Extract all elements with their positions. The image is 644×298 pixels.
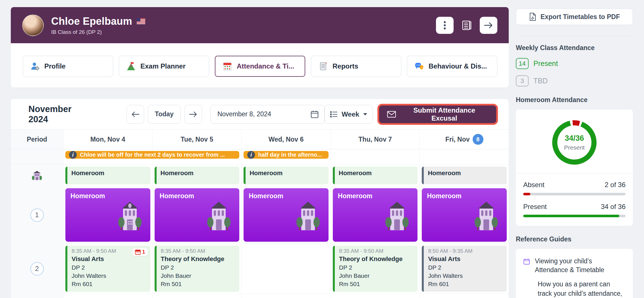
building-illustration [472, 201, 500, 233]
homeroom-class-thu[interactable]: Homeroom [333, 188, 418, 242]
day-header-mon[interactable]: Mon, Nov 4 [63, 130, 152, 149]
guide-title[interactable]: Viewing your child’s Attendance & Timeta… [535, 257, 626, 274]
exam-planner-icon [126, 62, 136, 71]
prev-week-button[interactable] [126, 105, 144, 124]
empty-cell-wed [241, 244, 331, 294]
class-group: DP 2 [339, 264, 414, 271]
present-progress-bar [523, 215, 626, 217]
building-illustration [116, 201, 144, 233]
day-header-thu[interactable]: Thu, Nov 7 [331, 130, 420, 149]
class-teacher: John Bauer [161, 272, 236, 279]
tab-behaviour-discipline[interactable]: Behaviour & Dis... [407, 56, 497, 77]
date-value: November 8, 2024 [217, 110, 271, 118]
day-header-wed[interactable]: Wed, Nov 6 [241, 130, 331, 149]
class-title: Visual Arts [428, 255, 503, 263]
class-teacher: John Bauer [339, 272, 414, 279]
period-2-row: 2 1 8:35 AM - 9:50 AM Visual Arts DP 2 J… [11, 244, 509, 294]
present-label: Present [533, 59, 558, 68]
timetable-list-icon[interactable] [461, 20, 472, 31]
attendance-note[interactable]: i Chloe will be off for the next 2 days … [65, 151, 239, 159]
behaviour-chat-icon [415, 62, 424, 71]
arrow-left-icon [131, 111, 140, 117]
homeroom-status-thu[interactable]: Homeroom [333, 167, 418, 184]
class-room: Rm 601 [428, 281, 503, 287]
kebab-menu-icon [444, 21, 446, 30]
homeroom-status-fri[interactable]: Homeroom [422, 167, 507, 184]
tab-label: Profile [44, 62, 66, 70]
today-button[interactable]: Today [148, 105, 181, 124]
submit-attendance-excusal-button[interactable]: Submit Attendance Excusal [379, 105, 496, 123]
absent-label: Absent [523, 181, 545, 189]
arrow-right-icon [484, 22, 493, 29]
homeroom-row: Homeroom Homeroom Homeroom Homeroom Home… [11, 165, 509, 186]
more-options-button[interactable] [436, 17, 454, 34]
homeroom-status-mon[interactable]: Homeroom [65, 167, 150, 184]
chevron-down-icon [363, 113, 367, 116]
class-teacher: John Walters [72, 272, 146, 279]
class-group: DP 2 [428, 264, 503, 271]
tab-attendance-timetable[interactable]: Attendance & Ti... [215, 56, 305, 77]
notes-row: i Chloe will be off for the next 2 days … [11, 149, 509, 165]
student-identity: Chloe Epelbaum IB Class of 26 (DP 2) [51, 15, 145, 35]
next-week-button[interactable] [184, 105, 202, 124]
right-sidebar: Export Timetables to PDF Weekly Class At… [516, 9, 633, 298]
weekly-present-row: 14 Present [516, 58, 633, 69]
calendar-toolbar: November 2024 Today November 8, 2024 Wee… [11, 99, 509, 129]
info-icon: i [247, 151, 255, 159]
reference-guide-card[interactable]: Viewing your child’s Attendance & Timeta… [516, 249, 633, 298]
calendar-icon [311, 110, 319, 118]
date-picker-input[interactable]: November 8, 2024 [210, 105, 325, 124]
tab-profile[interactable]: Profile [23, 56, 113, 77]
building-illustration [294, 201, 322, 233]
day-header-tue[interactable]: Tue, Nov 5 [152, 130, 242, 149]
period-1-row: 1 Homeroom Homeroom Homeroom Homeroom Ho… [11, 186, 509, 244]
student-avatar[interactable] [22, 15, 44, 36]
view-select[interactable]: Week [325, 105, 373, 124]
weekly-attendance-title: Weekly Class Attendance [516, 44, 633, 52]
homeroom-class-wed[interactable]: Homeroom [244, 188, 329, 242]
homeroom-class-tue[interactable]: Homeroom [155, 188, 240, 242]
reports-icon: ? [319, 62, 328, 71]
profile-icon [30, 62, 40, 71]
next-period-row-stub [11, 294, 509, 298]
present-label: Present [523, 203, 547, 211]
divider [516, 173, 633, 173]
note-cell-mon-tue: i Chloe will be off for the next 2 days … [63, 149, 241, 164]
building-illustration [383, 201, 411, 233]
class-card-tok-thu[interactable]: 8:35 AM - 9:50 AM Theory of Knowledge DP… [333, 246, 418, 292]
weekly-tbd-row: 3 TBD [516, 75, 633, 86]
homeroom-status-tue[interactable]: Homeroom [155, 167, 240, 184]
export-pdf-button[interactable]: Export Timetables to PDF [516, 9, 633, 25]
attendance-note[interactable]: i half day in the afterno... [244, 151, 329, 159]
tab-label: Attendance & Ti... [237, 62, 294, 70]
next-student-button[interactable] [480, 17, 497, 34]
red-calendar-icon [135, 249, 141, 255]
note-cell-thu [331, 149, 420, 164]
class-card-visual-arts-fri[interactable]: 8:50 AM - 9:35 AM Visual Arts DP 2 John … [422, 246, 507, 292]
export-label: Export Timetables to PDF [541, 13, 620, 21]
homeroom-class-fri[interactable]: Homeroom [422, 188, 507, 242]
class-group: DP 2 [161, 264, 236, 271]
attendance-donut-chart: 34/36 Present [552, 120, 597, 165]
class-title: Visual Arts [72, 255, 146, 263]
note-cell-fri [419, 149, 509, 164]
homeroom-status-wed[interactable]: Homeroom [244, 167, 329, 184]
student-card: Chloe Epelbaum IB Class of 26 (DP 2) [11, 7, 509, 88]
tab-reports[interactable]: ? Reports [311, 56, 401, 77]
day-header-fri[interactable]: Fri, Nov 8 [419, 130, 509, 149]
class-room: Rm 601 [72, 281, 146, 287]
school-building-icon [32, 170, 42, 181]
student-tabs: Profile Exam Planner Attendance & Ti... … [23, 56, 509, 77]
homeroom-class-mon[interactable]: Homeroom [65, 188, 150, 242]
tab-exam-planner[interactable]: Exam Planner [119, 56, 209, 77]
reference-guides-title: Reference Guides [516, 235, 633, 243]
timetable-card: November 2024 Today November 8, 2024 Wee… [11, 99, 509, 298]
excusal-badge[interactable]: 1 [132, 248, 148, 256]
class-card-visual-arts-mon[interactable]: 1 8:35 AM - 9:50 AM Visual Arts DP 2 Joh… [65, 246, 150, 292]
guide-body: How you as a parent can track your child… [538, 280, 626, 298]
class-card-tok-tue[interactable]: 8:35 AM - 9:50 AM Theory of Knowledge DP… [155, 246, 240, 292]
info-icon: i [69, 151, 77, 159]
homeroom-attendance-title: Homeroom Attendance [516, 96, 633, 104]
homeroom-period-cell [11, 165, 63, 186]
absent-stat: Absent 2 of 36 [523, 181, 626, 195]
